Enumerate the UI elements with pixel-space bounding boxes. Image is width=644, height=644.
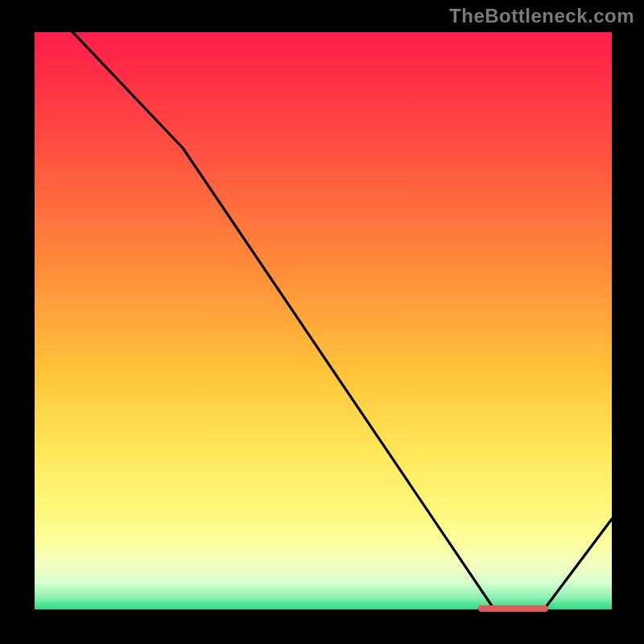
- bottleneck-curve: [32, 32, 612, 612]
- plot-area: [32, 32, 612, 612]
- attribution-text: TheBottleneck.com: [449, 5, 634, 27]
- data-line-svg: [32, 32, 612, 612]
- chart-root: TheBottleneck.com: [0, 0, 644, 644]
- optimal-range-marker: [478, 605, 547, 612]
